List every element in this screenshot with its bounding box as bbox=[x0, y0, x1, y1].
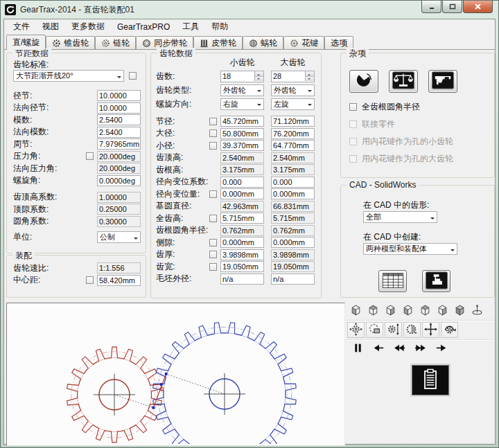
gear-value-field[interactable]: 71.120mm bbox=[271, 116, 315, 127]
view-cube-6-button[interactable] bbox=[434, 303, 451, 319]
data-table-button[interactable] bbox=[378, 270, 407, 292]
pinion-hand-dropdown[interactable]: 右旋 bbox=[220, 98, 264, 110]
menu-item-4[interactable]: 工具 bbox=[176, 19, 205, 34]
value-field[interactable]: 7.97965mm bbox=[97, 138, 141, 150]
value-field[interactable]: 10.0000 bbox=[97, 90, 141, 101]
pinion-value-field: 3.175mm bbox=[220, 164, 264, 175]
pinion-value-field[interactable]: 5.715mm bbox=[220, 213, 264, 224]
gear-teeth-spinner[interactable] bbox=[305, 71, 314, 81]
gear-value-field[interactable]: 0.000mm bbox=[271, 237, 315, 248]
gear-type-dropdown[interactable]: 外齿轮 bbox=[271, 84, 315, 96]
rotate-gear-icon bbox=[405, 323, 419, 338]
gear-value-field[interactable]: n/a bbox=[271, 274, 315, 285]
rotate-gear-button[interactable] bbox=[403, 322, 421, 338]
misc-check-2: 用内花键作为孔的小齿轮 bbox=[349, 136, 494, 147]
value-field[interactable]: 58.420mm bbox=[97, 275, 141, 286]
value-field[interactable]: 2.5400 bbox=[97, 114, 141, 125]
pinion-type-dropdown[interactable]: 外齿轮 bbox=[220, 84, 264, 96]
caliper-button[interactable] bbox=[428, 70, 457, 93]
gear-value-field[interactable]: 64.770mm bbox=[271, 140, 315, 151]
override-checkbox[interactable] bbox=[209, 251, 217, 258]
menu-item-2[interactable]: 更多数据 bbox=[65, 19, 111, 34]
gear-value-field: 66.831mm bbox=[271, 201, 315, 212]
misc-checkbox-0[interactable] bbox=[349, 103, 357, 111]
menu-item-5[interactable]: 帮助 bbox=[205, 19, 234, 34]
pinion-value-field[interactable]: 0.000 bbox=[220, 177, 264, 188]
menu-item-0[interactable]: 文件 bbox=[7, 19, 36, 34]
pinion-value-field[interactable]: 3.9898mm bbox=[220, 249, 264, 260]
pause-animation-button[interactable] bbox=[347, 341, 368, 357]
tab-0[interactable]: 直/螺旋 bbox=[6, 35, 46, 50]
pinion-teeth-input[interactable]: 18 bbox=[220, 71, 264, 82]
value-field[interactable]: 2.5400 bbox=[97, 127, 141, 138]
spin-gear-button[interactable] bbox=[441, 322, 458, 338]
step-left-button[interactable] bbox=[368, 341, 389, 357]
minimize-button[interactable] bbox=[421, 1, 441, 13]
view-cube-5-button[interactable] bbox=[417, 303, 434, 319]
pinion-value-field[interactable]: 39.370mm bbox=[220, 140, 264, 151]
tab-2[interactable]: 链轮 bbox=[95, 36, 136, 49]
pinion-value-field[interactable]: 45.720mm bbox=[220, 116, 264, 127]
driven-gear-outline bbox=[153, 323, 296, 444]
override-checkbox[interactable] bbox=[86, 276, 94, 284]
tab-5[interactable]: 蜗轮 bbox=[243, 36, 283, 49]
view-cube-3-button[interactable] bbox=[382, 303, 399, 319]
chevron-down-icon bbox=[450, 249, 455, 253]
cam-profile-button[interactable] bbox=[349, 70, 378, 93]
view-cube-2-button[interactable] bbox=[365, 303, 382, 319]
pinion-value-field[interactable]: 19.050mm bbox=[220, 261, 264, 272]
cad-tooth-dropdown[interactable]: 全部 bbox=[363, 211, 437, 223]
override-checkbox[interactable] bbox=[209, 239, 217, 247]
value-field[interactable]: 0.0000deg bbox=[97, 175, 141, 186]
fast-right-button[interactable] bbox=[410, 341, 430, 357]
balance-scale-button[interactable] bbox=[389, 70, 418, 93]
machine-model-button[interactable] bbox=[422, 270, 450, 292]
cad-create-dropdown[interactable]: 两种模型和装配体 bbox=[363, 243, 457, 255]
gear-standard-dropdown[interactable]: 大节距渐开线20° bbox=[13, 70, 124, 82]
gear-hand-dropdown[interactable]: 左旋 bbox=[271, 98, 315, 110]
gear-value-field[interactable]: 0.000mm bbox=[271, 188, 315, 199]
rotate-axis-button[interactable] bbox=[469, 303, 486, 319]
view-cube-1-button[interactable] bbox=[347, 303, 365, 319]
override-checkbox[interactable] bbox=[209, 129, 217, 137]
override-checkbox[interactable] bbox=[209, 215, 217, 222]
close-button[interactable] bbox=[463, 1, 493, 13]
pinion-value-field[interactable]: 0.000mm bbox=[220, 188, 264, 199]
copy-to-clipboard-button[interactable] bbox=[412, 365, 449, 395]
misc-group: 杂项 全齿根圆角半径联接零件用内花键作为孔的小齿轮用内花键作为孔的大齿轮 bbox=[340, 53, 495, 178]
pinion-value-field[interactable]: n/a bbox=[220, 274, 264, 285]
override-checkbox[interactable] bbox=[209, 142, 217, 150]
zoom-gear-vertical-button[interactable] bbox=[385, 322, 402, 338]
menu-item-3[interactable]: GearTraxPRO bbox=[111, 21, 176, 33]
step-right-button[interactable] bbox=[430, 341, 451, 357]
gear-teeth-input[interactable]: 28 bbox=[271, 71, 315, 82]
tab-4[interactable]: 皮带轮 bbox=[193, 36, 243, 49]
menu-item-1[interactable]: 视图 bbox=[36, 19, 65, 34]
field-label: 螺旋角: bbox=[13, 174, 86, 186]
value-field[interactable]: 10.0000 bbox=[97, 102, 141, 114]
gear-value-field[interactable]: 76.200mm bbox=[271, 128, 315, 139]
pinion-teeth-spinner[interactable] bbox=[254, 71, 263, 81]
override-checkbox[interactable] bbox=[86, 152, 94, 160]
zoom-fit-gear-button[interactable] bbox=[347, 322, 365, 338]
pinion-value-field[interactable]: 50.800mm bbox=[220, 128, 264, 139]
data-table-icon bbox=[381, 271, 405, 292]
gear-preview-canvas[interactable] bbox=[6, 303, 345, 446]
gear-value-field[interactable]: 0.000 bbox=[271, 177, 315, 188]
maximize-button[interactable] bbox=[442, 1, 462, 13]
view-cube-4-button[interactable] bbox=[399, 303, 417, 319]
override-checkbox[interactable] bbox=[209, 190, 217, 198]
pinion-value-field[interactable]: 0.000mm bbox=[220, 237, 264, 248]
zoom-window-button[interactable] bbox=[366, 322, 383, 338]
view-solid-cube-button[interactable] bbox=[451, 303, 469, 319]
override-checkbox[interactable] bbox=[209, 263, 217, 271]
standard-override-checkbox[interactable] bbox=[129, 72, 137, 80]
override-checkbox[interactable] bbox=[209, 118, 217, 125]
field-label: 小径: bbox=[156, 140, 209, 152]
tab-6[interactable]: 花键 bbox=[283, 36, 324, 49]
fast-left-button[interactable] bbox=[389, 341, 410, 357]
tab-1[interactable]: 锥齿轮 bbox=[46, 36, 95, 49]
cad-create-value: 两种模型和装配体 bbox=[366, 244, 427, 254]
units-dropdown[interactable]: 公制 bbox=[97, 231, 141, 243]
pan-view-button[interactable] bbox=[422, 322, 439, 338]
